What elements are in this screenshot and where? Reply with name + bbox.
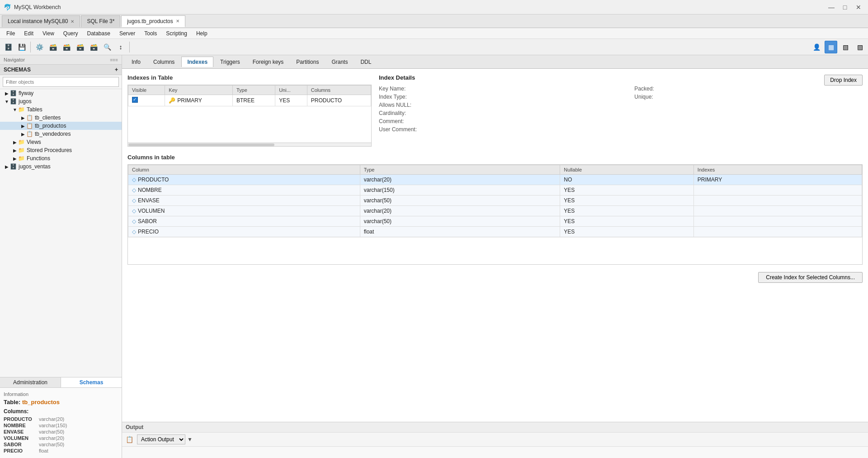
tab-local-instance[interactable]: Local instance MySQL80 ✕ [2, 15, 80, 27]
info-col-type: varchar(50) [39, 429, 64, 434]
sidebar-tab-schemas[interactable]: Schemas [61, 377, 122, 387]
columns-table: Column Type Nullable Indexes ◇PRODUCTO v… [128, 165, 862, 237]
tree-arrow-functions[interactable]: ▶ [12, 156, 18, 161]
tab-foreign-keys[interactable]: Foreign keys [247, 57, 290, 67]
tree-item-jugos[interactable]: ▼ 🗄️ jugos [0, 97, 122, 105]
comment-label: Comment: [379, 118, 517, 124]
index-details-title: Index Details [379, 74, 415, 81]
toolbar-layout-2[interactable]: ▧ [839, 41, 852, 53]
action-output-select[interactable]: Action Output History Output [137, 434, 185, 444]
toolbar-right-icons: 👤 ▦ ▧ ▨ [810, 41, 866, 53]
menu-server[interactable]: Server [115, 29, 140, 38]
tab-close-icon[interactable]: ✕ [176, 19, 179, 24]
toolbar-layout-1[interactable]: ▦ [825, 41, 837, 53]
tree-item-functions[interactable]: ▶ 📁 Functions [0, 154, 122, 162]
info-col-type: varchar(150) [39, 423, 67, 428]
tab-info[interactable]: Info [126, 57, 146, 67]
tab-grants[interactable]: Grants [326, 57, 354, 67]
index-row[interactable]: 🔑PRIMARY BTREE YES PRODUCTO [128, 95, 371, 106]
menu-tools[interactable]: Tools [140, 29, 161, 38]
create-index-button[interactable]: Create Index for Selected Columns... [758, 272, 863, 283]
column-row[interactable]: ◇ENVASE varchar(50) YES [128, 196, 862, 206]
filter-objects-input[interactable] [3, 77, 119, 87]
drop-index-button[interactable]: Drop Index [824, 75, 863, 86]
col-header-columns: Columns [307, 86, 371, 95]
tree-arrow-tb-clientes[interactable]: ▶ [20, 115, 26, 120]
column-row[interactable]: ◇PRECIO float YES [128, 227, 862, 237]
col-indexes [693, 206, 862, 216]
toolbar-btn-8[interactable]: 🔍 [101, 41, 113, 53]
column-row[interactable]: ◇SABOR varchar(50) YES [128, 216, 862, 227]
folder-icon-views: 📁 [18, 139, 25, 145]
column-row[interactable]: ◇NOMBRE varchar(150) YES [128, 185, 862, 196]
tab-bar: Local instance MySQL80 ✕ SQL File 3* jug… [0, 14, 868, 28]
tab-triggers[interactable]: Triggers [214, 57, 246, 67]
tab-close-icon[interactable]: ✕ [71, 19, 74, 24]
menu-view[interactable]: View [38, 29, 59, 38]
index-type-label: Index Type: [379, 94, 517, 100]
toolbar-btn-9[interactable]: ↕️ [114, 41, 127, 53]
packed-label: Packed: [634, 86, 754, 92]
toolbar-user-icon[interactable]: 👤 [810, 41, 823, 53]
menu-query[interactable]: Query [59, 29, 83, 38]
tree-item-views[interactable]: ▶ 📁 Views [0, 138, 122, 146]
column-row[interactable]: ◇PRODUCTO varchar(20) NO PRIMARY [128, 175, 862, 185]
toolbar-layout-3[interactable]: ▨ [854, 41, 866, 53]
tree-item-tb-clientes[interactable]: ▶ 📋 tb_clientes [0, 114, 122, 122]
minimize-button[interactable]: — [826, 3, 837, 12]
toolbar-new-query[interactable]: 💾 [15, 41, 28, 53]
sidebar-tab-administration[interactable]: Administration [0, 377, 61, 387]
key-name-label: Key Name: [379, 86, 517, 92]
toolbar-new-connection[interactable]: 🗄️ [2, 41, 14, 53]
toolbar-btn-3[interactable]: ⚙️ [33, 41, 46, 53]
db-icon-jugos-ventas: 🗄️ [10, 163, 17, 170]
tree-item-tb-productos[interactable]: ▶ 📋 tb_productos [0, 122, 122, 130]
tab-columns[interactable]: Columns [147, 57, 180, 67]
tab-jugos-productos[interactable]: jugos.tb_productos ✕ [121, 15, 185, 27]
tree-arrow-flyway[interactable]: ▶ [4, 91, 10, 96]
info-col-name: PRODUCTO [4, 416, 35, 422]
toolbar-btn-6[interactable]: 🗃️ [74, 41, 86, 53]
app-icon: 🐬 [4, 4, 11, 11]
col-type: varchar(20) [360, 175, 560, 185]
schemas-icon[interactable]: + [115, 67, 118, 73]
tab-label: Local instance MySQL80 [8, 18, 68, 24]
tab-ddl[interactable]: DDL [354, 57, 377, 67]
tab-label: SQL File 3* [87, 18, 114, 24]
tree-arrow-stored-procs[interactable]: ▶ [12, 148, 18, 153]
column-row[interactable]: ◇VOLUMEN varchar(20) YES [128, 206, 862, 216]
tree-item-flyway[interactable]: ▶ 🗄️ flyway [0, 89, 122, 97]
tree-item-tables[interactable]: ▼ 📁 Tables [0, 105, 122, 114]
toolbar-btn-7[interactable]: 🗃️ [87, 41, 100, 53]
info-column-row: PRECIOfloat [4, 448, 118, 453]
tree-arrow-tb-productos[interactable]: ▶ [20, 124, 26, 129]
menu-file[interactable]: File [2, 29, 19, 38]
checkbox-checked[interactable] [132, 97, 138, 103]
tab-sql3[interactable]: SQL File 3* [81, 15, 120, 27]
tree-arrow-jugos[interactable]: ▼ [4, 99, 10, 104]
tree-arrow-jugos-ventas[interactable]: ▶ [4, 164, 10, 169]
tree-arrow-tb-vendedores[interactable]: ▶ [20, 132, 26, 137]
menu-scripting[interactable]: Scripting [161, 29, 192, 38]
filter-wrap [0, 75, 122, 89]
schema-tree: ▶ 🗄️ flyway ▼ 🗄️ jugos ▼ 📁 Tables ▶ [0, 89, 122, 377]
tab-indexes[interactable]: Indexes [181, 57, 213, 67]
tree-item-tb-vendedores[interactable]: ▶ 📋 tb_vendedores [0, 130, 122, 138]
col-type: varchar(50) [360, 216, 560, 227]
menu-help[interactable]: Help [192, 29, 212, 38]
sidebar-header: Navigator ≡≡≡ [0, 55, 122, 65]
menu-database[interactable]: Database [83, 29, 115, 38]
col-icon: ◇ [132, 197, 136, 204]
close-button[interactable]: ✕ [853, 3, 864, 12]
tree-arrow-views[interactable]: ▶ [12, 140, 18, 145]
maximize-button[interactable]: □ [839, 3, 851, 12]
toolbar-btn-5[interactable]: 🗃️ [60, 41, 73, 53]
tree-item-jugos-ventas[interactable]: ▶ 🗄️ jugos_ventas [0, 162, 122, 171]
tree-item-stored-procs[interactable]: ▶ 📁 Stored Procedures [0, 146, 122, 154]
toolbar-btn-4[interactable]: 🗃️ [47, 41, 59, 53]
menu-edit[interactable]: Edit [19, 29, 38, 38]
db-icon: 🗄️ [10, 90, 17, 96]
toolbar-separator-1 [30, 42, 31, 52]
tab-partitions[interactable]: Partitions [290, 57, 325, 67]
tree-arrow-tables[interactable]: ▼ [12, 107, 18, 112]
